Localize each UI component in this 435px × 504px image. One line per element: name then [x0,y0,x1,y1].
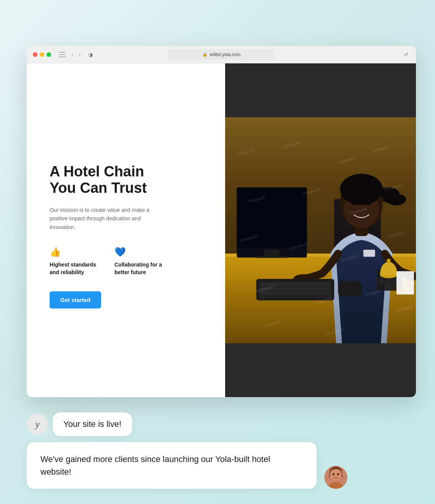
nav-arrows: ‹ › [70,51,82,58]
traffic-lights [33,52,51,57]
svg-rect-20 [363,250,375,257]
svg-rect-33 [396,271,414,294]
chat-row-2: We've gained more clients since launchin… [27,442,416,489]
svg-point-54 [333,473,335,475]
svg-rect-10 [256,255,288,258]
maximize-button[interactable] [47,52,51,57]
svg-point-53 [330,470,341,480]
svg-rect-28 [338,281,361,297]
yola-avatar: y [27,414,48,435]
url-text: editor.yola.com [210,52,241,57]
feature-item-2: 💙 Collaborating for a better future [114,247,164,276]
browser-titlebar: ‹ › ◑ 🔒 editor.yola.com ↺ [27,46,416,63]
browser-window: ‹ › ◑ 🔒 editor.yola.com ↺ A Hotel Chain … [27,46,416,397]
address-bar[interactable]: 🔒 editor.yola.com [168,49,275,60]
feature2-label: Collaborating for a better future [114,261,164,276]
feature-item-1: 👍 Highest standards and reliability [50,247,99,276]
close-button[interactable] [33,52,37,57]
chat-area: y Your site is live! We've gained more c… [27,412,416,489]
thumbs-up-icon: 👍 [50,247,99,257]
hotel-reception-image: Unsplash Unsplash Unsplash Unsplash Unsp… [225,63,416,397]
svg-point-19 [340,174,383,205]
get-started-button[interactable]: Get started [50,291,101,309]
chat-bubble-1: Your site is live! [53,412,132,436]
sidebar-toggle-icon[interactable] [59,52,66,57]
forward-button[interactable]: › [77,51,82,58]
lock-icon: 🔒 [202,52,208,57]
user-avatar [324,466,347,489]
heart-icon: 💙 [114,247,164,257]
hero-description: Our mission is to create value and make … [50,206,160,231]
reload-button[interactable]: ↺ [404,52,408,58]
hero-title: A Hotel Chain You Can Trust [50,163,206,197]
back-button[interactable]: ‹ [70,51,75,58]
svg-point-32 [387,258,390,262]
features-row: 👍 Highest standards and reliability 💙 Co… [50,247,206,276]
svg-rect-27 [260,291,330,294]
browser-content: A Hotel Chain You Can Trust Our mission … [27,63,416,397]
minimize-button[interactable] [40,52,44,57]
chat-row-1: y Your site is live! [27,412,416,436]
right-panel-image: Unsplash Unsplash Unsplash Unsplash Unsp… [225,63,416,397]
brightness-icon: ◑ [88,52,93,58]
left-panel: A Hotel Chain You Can Trust Our mission … [27,63,225,397]
svg-point-55 [337,473,339,475]
feature1-label: Highest standards and reliability [50,261,99,276]
chat-bubble-2: We've gained more clients since launchin… [27,442,317,489]
